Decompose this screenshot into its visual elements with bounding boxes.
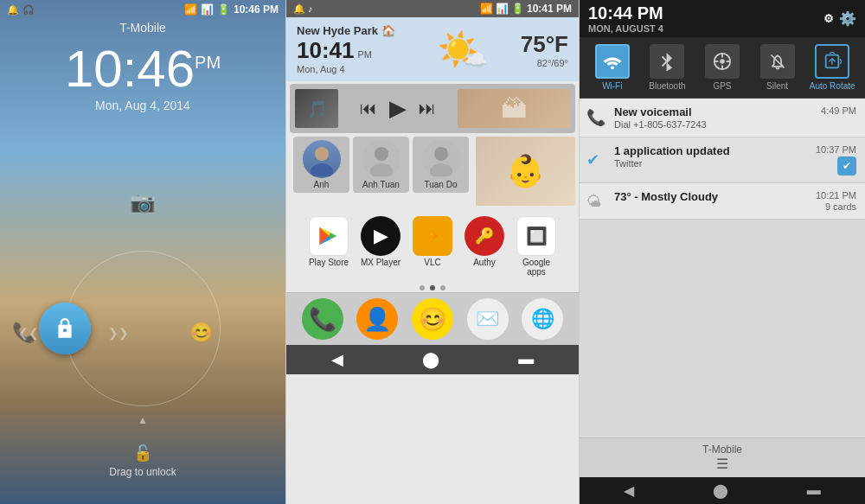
notif-time-block: 10:44 PM MON, AUGUST 4 xyxy=(588,3,663,34)
headphone-icon: 🎧 xyxy=(22,4,35,16)
checkmark-icon: ✔ xyxy=(586,150,599,169)
recents-button[interactable]: ▬ xyxy=(518,350,534,369)
app-authy[interactable]: 🔑 Authy xyxy=(462,216,507,277)
play-store-label: Play Store xyxy=(309,258,349,267)
home-status-left: 🔔 ♪ xyxy=(293,3,313,15)
contact-name-tuan-do: Tuan Do xyxy=(425,180,458,189)
dock-chrome[interactable]: 🌐 xyxy=(522,298,563,340)
google-apps-icon: 🔲 xyxy=(516,216,556,256)
quick-settings: Wi-Fi Bluetooth xyxy=(580,37,865,99)
notif-back-button[interactable]: ◀ xyxy=(624,482,634,499)
notif-weather[interactable]: 🌤 73° - Mostly Cloudy 10:21 PM 9 cards xyxy=(580,183,865,220)
rotate-svg xyxy=(823,52,842,71)
qs-gps[interactable]: GPS xyxy=(698,44,746,91)
contact-anh[interactable]: Anh xyxy=(293,137,349,193)
qs-silent-label: Silent xyxy=(766,81,788,91)
home-icon: 🏠 xyxy=(381,24,395,37)
notif-carrier: T-Mobile ☰ xyxy=(580,437,865,477)
right-arrows: ❯❯ xyxy=(108,326,129,340)
home-notif-icon: 🔔 xyxy=(293,3,305,14)
notif-app-update[interactable]: ✔ 1 application updated Twitter 10:37 PM… xyxy=(580,137,865,183)
dock-contacts[interactable]: 👤 xyxy=(356,298,398,340)
unlock-button[interactable] xyxy=(39,303,91,354)
dock-mail[interactable]: ✉️ xyxy=(467,298,509,340)
play-store-icon xyxy=(309,216,349,256)
home-status-bar: 🔔 ♪ 📶 📊 🔋 10:41 PM xyxy=(286,0,579,17)
svg-point-8 xyxy=(720,59,725,64)
camera-icon[interactable]: 📷 xyxy=(130,190,156,214)
contact-tuan-do[interactable]: Tuan Do xyxy=(413,137,469,193)
music-prev-button[interactable]: ⏮ xyxy=(360,99,377,118)
notif-weather-cards: 9 cards xyxy=(816,201,856,212)
home-button[interactable]: ⬤ xyxy=(422,350,439,369)
qs-silent-icon xyxy=(760,44,795,79)
battery-icon: 🔋 xyxy=(217,3,230,16)
notif-gear-icon[interactable]: ⚙️ xyxy=(839,10,856,27)
app-google-apps[interactable]: 🔲 Google apps xyxy=(514,216,559,277)
music-controls[interactable]: ⏮ ▶ ⏭ xyxy=(343,95,452,122)
qs-wifi[interactable]: Wi-Fi xyxy=(588,44,637,91)
notif-voicemail-sub: Dial +1-805-637-7243 xyxy=(614,119,821,130)
lock-status-time: 10:46 PM xyxy=(234,3,279,16)
silent-svg xyxy=(769,52,786,71)
landscape-icon: 🏔 xyxy=(501,94,527,124)
music-next-button[interactable]: ⏭ xyxy=(419,99,436,118)
lock-time: 10:46PM xyxy=(0,43,285,95)
home-screen: 🔔 ♪ 📶 📊 🔋 10:41 PM New Hyde Park 🏠 10:41… xyxy=(285,0,580,504)
svg-point-2 xyxy=(375,147,388,161)
app-mx-player[interactable]: ▶ MX Player xyxy=(358,216,403,277)
music-play-button[interactable]: ▶ xyxy=(389,95,407,122)
contact-avatar-anh xyxy=(303,140,341,178)
baby-photo: 👶 xyxy=(476,137,575,206)
lock-screen: 🔔 🎧 📶 📊 🔋 10:46 PM T-Mobile 10:46PM Mon,… xyxy=(0,0,285,504)
dock-phone[interactable]: 📞 xyxy=(302,298,343,340)
silhouette-tuan-do xyxy=(424,142,458,176)
drag-to-unlock: 🔓 Drag to unlock xyxy=(109,443,176,478)
contact-avatar-tuan-do xyxy=(422,140,460,178)
qs-autorotate[interactable]: Auto Rotate xyxy=(808,44,856,91)
dock: 📞 👤 😊 ✉️ 🌐 xyxy=(286,292,579,345)
qs-gps-icon xyxy=(705,44,740,79)
left-arrows: ❮❮ xyxy=(18,326,39,340)
back-button[interactable]: ◀ xyxy=(331,350,343,369)
notif-voicemail-time: 4:49 PM xyxy=(821,105,856,116)
notif-time: 10:44 PM xyxy=(588,3,663,23)
lock-status-bar: 🔔 🎧 📶 📊 🔋 10:46 PM xyxy=(0,0,285,19)
notif-update-content: 1 application updated Twitter xyxy=(614,144,816,169)
qs-autorotate-label: Auto Rotate xyxy=(810,81,855,91)
weather-temp: 75°F xyxy=(521,31,568,58)
authy-label: Authy xyxy=(473,258,496,267)
qs-bluetooth[interactable]: Bluetooth xyxy=(643,44,691,91)
smile-button[interactable]: 😊 xyxy=(189,322,213,344)
lock-bottom-icon: 🔓 xyxy=(109,443,176,463)
contact-anh-tuan[interactable]: Anh Tuan xyxy=(353,137,409,193)
qs-silent[interactable]: Silent xyxy=(753,44,802,91)
menu-icon: ☰ xyxy=(585,456,860,472)
app-vlc[interactable]: 🔸 VLC xyxy=(410,216,455,277)
svg-point-4 xyxy=(434,147,448,161)
lock-status-left: 🔔 🎧 xyxy=(7,4,35,16)
notif-settings-icon[interactable]: ⚙ xyxy=(823,12,834,25)
notif-status-bar: 10:44 PM MON, AUGUST 4 ⚙ ⚙️ xyxy=(580,0,865,37)
cloud-icon: ☁️ xyxy=(464,49,487,72)
lock-status-right: 📶 📊 🔋 10:46 PM xyxy=(184,3,279,16)
weather-time-row: 10:41 PM xyxy=(297,37,395,64)
dock-messages[interactable]: 😊 xyxy=(412,298,453,340)
bt-svg xyxy=(660,52,674,71)
carrier-label: T-Mobile xyxy=(585,443,860,456)
svg-point-1 xyxy=(311,163,333,176)
notification-panel: 10:44 PM MON, AUGUST 4 ⚙ ⚙️ Wi-Fi xyxy=(580,0,865,504)
notif-voicemail[interactable]: 📞 New voicemail Dial +1-805-637-7243 4:4… xyxy=(580,99,865,137)
qs-gps-label: GPS xyxy=(713,81,731,91)
notif-home-button[interactable]: ⬤ xyxy=(713,482,728,499)
notif-nav-bar: ◀ ⬤ ▬ xyxy=(580,477,865,504)
drag-label: Drag to unlock xyxy=(109,466,176,478)
notif-voicemail-title: New voicemail xyxy=(614,105,821,118)
app-play-store[interactable]: Play Store xyxy=(306,216,351,277)
svg-point-0 xyxy=(315,147,329,161)
cell-signal-icon: 📊 xyxy=(201,3,214,16)
dot-3 xyxy=(440,285,445,290)
carrier-name: T-Mobile xyxy=(0,21,285,35)
svg-point-5 xyxy=(430,163,452,176)
notif-recents-button[interactable]: ▬ xyxy=(807,482,821,499)
